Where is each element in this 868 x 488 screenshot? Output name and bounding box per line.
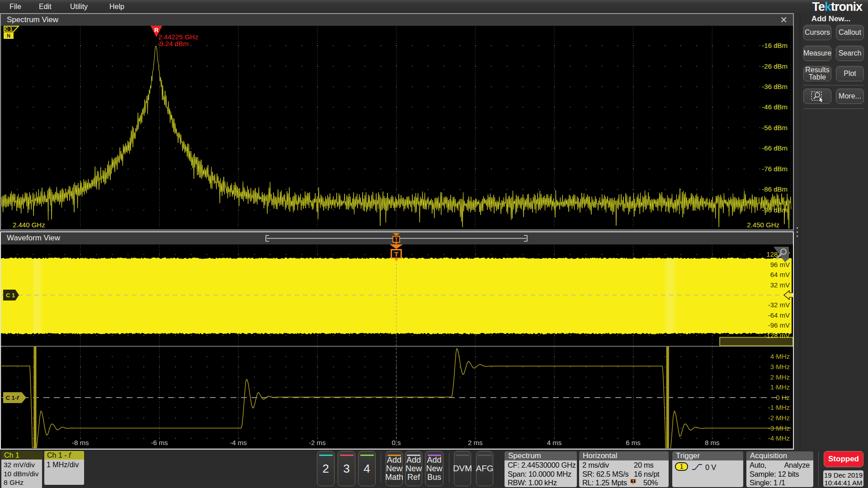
svg-text:T: T <box>632 479 634 483</box>
svg-text:6 ms: 6 ms <box>626 439 641 446</box>
svg-text:64 mV: 64 mV <box>770 271 790 278</box>
svg-text:2.440 GHz: 2.440 GHz <box>13 221 45 229</box>
svg-text:-96 dBm: -96 dBm <box>762 206 788 214</box>
svg-text:4 ms: 4 ms <box>547 439 562 446</box>
svg-text:96 mV: 96 mV <box>770 261 790 268</box>
svg-text:2 MHz: 2 MHz <box>770 373 790 381</box>
svg-text:T: T <box>395 237 398 242</box>
svg-text:-1 MHz: -1 MHz <box>768 404 790 411</box>
svg-text:N: N <box>7 33 10 38</box>
svg-text:C 1: C 1 <box>6 292 15 299</box>
svg-text:32 mV: 32 mV <box>770 281 790 289</box>
svg-text:-96 mV: -96 mV <box>768 321 790 329</box>
svg-text:-16 dBm: -16 dBm <box>762 42 788 49</box>
svg-text:T: T <box>394 250 398 258</box>
svg-text:-86 dBm: -86 dBm <box>762 185 788 193</box>
svg-text:8 ms: 8 ms <box>705 439 720 446</box>
svg-text:C 1-f: C 1-f <box>6 394 20 401</box>
svg-text:-46 dBm: -46 dBm <box>762 103 788 111</box>
svg-text:1 MHz: 1 MHz <box>770 383 790 391</box>
svg-text:-66 dBm: -66 dBm <box>762 144 788 152</box>
svg-text:2.450 GHz: 2.450 GHz <box>747 221 779 229</box>
svg-text:2 ms: 2 ms <box>468 439 483 446</box>
svg-text:-76 dBm: -76 dBm <box>762 165 788 173</box>
svg-text:-2 ms: -2 ms <box>309 439 326 446</box>
svg-text:0 Hz: 0 Hz <box>776 394 790 401</box>
svg-text:-128 mV: -128 mV <box>764 332 790 339</box>
svg-text:-26 dBm: -26 dBm <box>762 62 788 70</box>
svg-text:R: R <box>154 27 159 33</box>
svg-text:-32 mV: -32 mV <box>768 301 790 309</box>
svg-text:-4 MHz: -4 MHz <box>768 434 790 442</box>
svg-text:-6 ms: -6 ms <box>151 439 168 446</box>
svg-text:4 MHz: 4 MHz <box>770 352 790 360</box>
svg-text:-9.24 dBm: -9.24 dBm <box>157 40 189 47</box>
svg-text:0 s: 0 s <box>392 439 401 446</box>
svg-text:-4 ms: -4 ms <box>230 439 247 446</box>
svg-text:3 MHz: 3 MHz <box>770 363 790 371</box>
svg-text:-8 ms: -8 ms <box>72 439 89 446</box>
svg-text:-2 MHz: -2 MHz <box>768 414 790 422</box>
svg-text:-56 dBm: -56 dBm <box>762 124 788 131</box>
svg-text:C 1: C 1 <box>5 26 12 32</box>
svg-text:-64 mV: -64 mV <box>768 311 790 319</box>
svg-text:-36 dBm: -36 dBm <box>762 83 788 90</box>
